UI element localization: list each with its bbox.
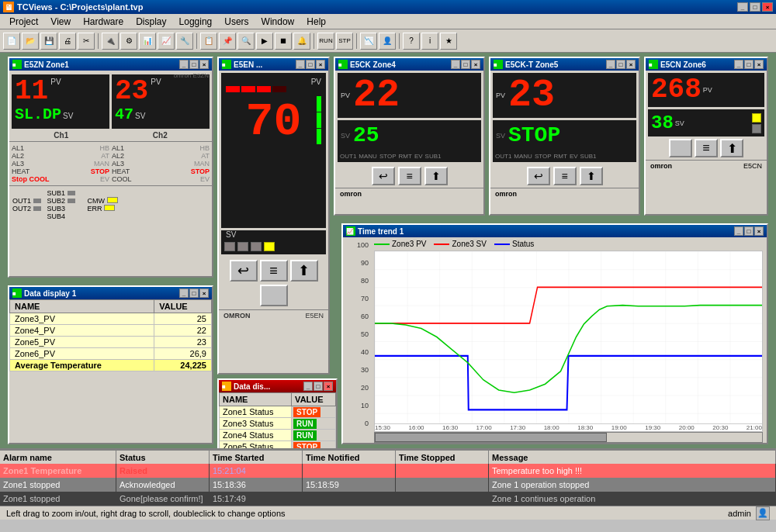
alarm-row3-name: Zone1 stopped [0, 492, 116, 506]
zone6-btn3[interactable]: ⬆ [720, 139, 743, 157]
dd1-minimize[interactable]: _ [179, 288, 189, 298]
zone4-title: E5CK Zone4 [350, 60, 450, 69]
logged-in-user: admin [728, 509, 751, 518]
zone3-btn-run[interactable] [260, 285, 288, 306]
toolbar-sep-3 [314, 33, 314, 49]
menu-project[interactable]: Project [3, 14, 44, 29]
zone6-maximize[interactable]: □ [744, 60, 753, 69]
toolbar-sep-5 [399, 33, 400, 49]
zone1-close[interactable]: × [199, 60, 209, 69]
zone6-close[interactable]: × [754, 60, 764, 69]
dd1-row4-name: Zone6_PV [10, 348, 154, 360]
zone6-btn1[interactable] [669, 139, 692, 157]
zone3-maximize[interactable]: □ [306, 60, 315, 69]
zone3-minimize[interactable]: _ [296, 60, 305, 69]
tool-5[interactable]: 📊 [139, 33, 156, 50]
window-controls[interactable]: _ □ × [737, 2, 773, 12]
alarm-header-name: Alarm name [0, 451, 116, 464]
trend-minimize[interactable]: _ [734, 226, 743, 236]
menu-display[interactable]: Display [130, 14, 172, 29]
tool-stop[interactable]: STP [336, 33, 353, 50]
tool-7[interactable]: 🔧 [176, 33, 193, 50]
tool-11[interactable]: ▶ [256, 33, 273, 50]
alarm-table-header: Alarm name Status Time Started Time Noti… [0, 450, 776, 464]
dd1-row3-value: 23 [154, 337, 212, 348]
tool-users[interactable]: 👤 [379, 33, 396, 50]
tool-10[interactable]: 🔍 [237, 33, 255, 50]
chart-scrollbar[interactable] [374, 432, 763, 443]
tool-new[interactable]: 📄 [3, 33, 20, 50]
tool-8[interactable]: 📋 [200, 33, 217, 50]
zone1-minimize[interactable]: _ [179, 60, 189, 69]
maximize-button[interactable]: □ [750, 2, 760, 12]
menu-hardware[interactable]: Hardware [77, 14, 130, 29]
menu-view[interactable]: View [44, 14, 77, 29]
zone5-maximize[interactable]: □ [616, 60, 625, 69]
dd1-row-4: Zone6_PV 26,9 [10, 348, 212, 360]
zone4-btn-back[interactable]: ↩ [372, 167, 395, 185]
tool-run[interactable]: RUN [317, 33, 334, 50]
zone6-minimize[interactable]: _ [734, 60, 743, 69]
dd1-maximize[interactable]: □ [189, 288, 199, 298]
alarm-row1-status: Raised [116, 464, 210, 478]
tool-open[interactable]: 📂 [22, 33, 39, 50]
tool-info[interactable]: i [421, 33, 438, 50]
tool-alarm[interactable]: 🔔 [293, 33, 310, 50]
trend-close[interactable]: × [754, 226, 764, 236]
stop-cool-label: Stop COOL [12, 175, 50, 183]
alarm-row1-time-started: 15:21:04 [210, 464, 303, 478]
alarm-row2-time-stopped [396, 478, 489, 492]
zone3-close[interactable]: × [316, 60, 325, 69]
alarm-row2-message: Zone 1 operation stopped [489, 478, 776, 492]
menu-window[interactable]: Window [255, 14, 301, 29]
tool-9[interactable]: 📌 [219, 33, 236, 50]
tool-connect[interactable]: 🔌 [102, 33, 119, 50]
dd2-row1-name: Zone1 Status [220, 406, 292, 418]
legend-zone3-sv: Zone3 SV [434, 240, 486, 248]
tool-cut[interactable]: ✂ [78, 33, 95, 50]
dd1-row3-name: Zone5_PV [10, 337, 154, 348]
trend-maximize[interactable]: □ [744, 226, 753, 236]
zone4-title-bar: ■ E5CK Zone4 _ □ × [335, 58, 483, 71]
tool-graph[interactable]: 📉 [360, 33, 377, 50]
zone4-minimize[interactable]: _ [451, 60, 460, 69]
dd2-maximize[interactable]: □ [314, 382, 323, 391]
tool-save[interactable]: 💾 [40, 33, 57, 50]
dd2-row-1: Zone1 Status STOP [220, 406, 336, 418]
tool-6[interactable]: 📈 [158, 33, 175, 50]
tool-print[interactable]: 🖨 [59, 33, 76, 50]
zone5-btn-back[interactable]: ↩ [527, 167, 550, 185]
zone5-minimize[interactable]: _ [606, 60, 615, 69]
zone6-btn2[interactable]: ≡ [695, 139, 718, 157]
zone4-maximize[interactable]: □ [461, 60, 470, 69]
zone4-btn-up[interactable]: ⬆ [424, 167, 448, 185]
zone6-panel: ■ E5CN Zone6 _ □ × 268 PV 38 SV ≡ ⬆ omro… [644, 57, 768, 216]
close-button[interactable]: × [762, 2, 773, 12]
tool-settings[interactable]: ⚙ [120, 33, 137, 50]
tool-12[interactable]: ⏹ [275, 33, 292, 50]
dd1-close[interactable]: × [199, 288, 209, 298]
zone4-close[interactable]: × [471, 60, 480, 69]
time-trend-title-bar: 📈 Time trend 1 _ □ × [343, 225, 767, 237]
zone1-maximize[interactable]: □ [189, 60, 199, 69]
tool-about[interactable]: ★ [440, 33, 457, 50]
menu-users[interactable]: Users [218, 14, 255, 29]
menu-help[interactable]: Help [300, 14, 332, 29]
zone3-btn-up[interactable]: ⬆ [290, 260, 318, 282]
dd2-close[interactable]: × [324, 382, 333, 391]
zone3-btn-back[interactable]: ↩ [230, 260, 258, 282]
menu-logging[interactable]: Logging [173, 14, 219, 29]
zone5-title: E5CK-T Zone5 [505, 60, 605, 69]
dd2-row1-value: STOP [292, 406, 336, 418]
zone5-btn-up[interactable]: ⬆ [580, 167, 603, 185]
zone5-btn-down[interactable]: ≡ [553, 167, 577, 185]
dd2-minimize[interactable]: _ [303, 382, 313, 391]
zone5-close[interactable]: × [626, 60, 636, 69]
dd1-row-avg-value: 24,225 [154, 360, 212, 371]
zone4-btn-down[interactable]: ≡ [398, 167, 421, 185]
zone3-btn-down[interactable]: ≡ [260, 260, 288, 282]
zone3-panel: ■ E5EN ... _ □ × PV 70 [217, 57, 330, 375]
data-display-1-table: NAME VALUE Zone3_PV 25 Zone4_PV 22 Zone5… [9, 299, 212, 371]
tool-help[interactable]: ? [403, 33, 420, 50]
minimize-button[interactable]: _ [737, 2, 748, 12]
